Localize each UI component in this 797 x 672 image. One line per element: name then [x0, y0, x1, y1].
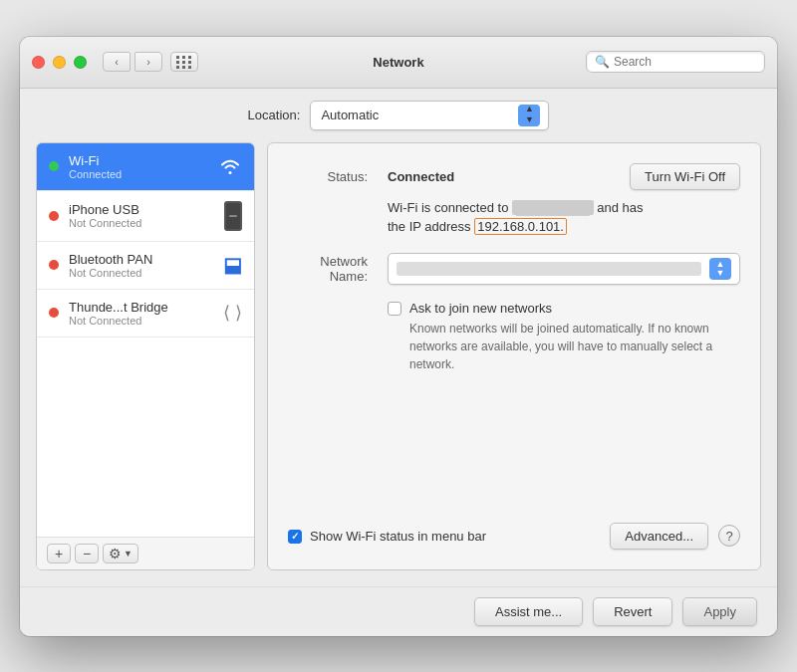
window-bottom-bar: Assist me... Revert Apply	[20, 586, 777, 636]
detail-bottom-right: Advanced... ?	[610, 523, 740, 550]
thunderbolt-icon: ⟨ ⟩	[223, 302, 242, 324]
network-name-hidden: ████████	[512, 200, 594, 215]
sidebar-item-wifi[interactable]: Wi-Fi Connected	[37, 143, 254, 191]
ask-join-description: Known networks will be joined automatica…	[409, 320, 740, 373]
main-content: Wi-Fi Connected iPhone USB Not Connected	[20, 142, 777, 586]
grid-icon	[176, 56, 192, 69]
dropdown-arrows-icon: ▲ ▼	[518, 105, 540, 126]
ask-join-label: Ask to join new networks	[409, 301, 740, 316]
gear-menu-button[interactable]: ⚙ ▼	[103, 544, 138, 563]
nav-buttons: ‹ ›	[103, 52, 162, 72]
thunderbolt-status: Not Connected	[69, 315, 213, 327]
bluetooth-pan-name: Bluetooth PAN	[69, 252, 213, 267]
network-dropdown-arrows-icon: ▲ ▼	[709, 258, 731, 280]
search-box[interactable]: 🔍	[586, 51, 765, 73]
status-description: Wi-Fi is connected to ████████ and hasth…	[388, 198, 740, 237]
ask-join-checkbox[interactable]	[388, 302, 401, 316]
advanced-button[interactable]: Advanced...	[610, 523, 708, 550]
sidebar-item-iphone-usb[interactable]: iPhone USB Not Connected	[37, 191, 254, 242]
close-button[interactable]	[32, 56, 45, 69]
wifi-name: Wi-Fi	[69, 153, 208, 168]
iphone-usb-status: Not Connected	[69, 217, 214, 229]
forward-button[interactable]: ›	[134, 52, 162, 72]
status-row: Status: Connected Turn Wi-Fi Off	[288, 163, 740, 190]
status-desc-part1: Wi-Fi is connected to	[388, 200, 512, 215]
sidebar-toolbar: + − ⚙ ▼	[37, 537, 254, 569]
location-label: Location:	[248, 108, 301, 122]
apply-button[interactable]: Apply	[682, 597, 757, 626]
sidebar-item-thunderbolt-bridge[interactable]: Thunde...t Bridge Not Connected ⟨ ⟩	[37, 290, 254, 337]
gear-icon: ⚙	[109, 546, 122, 561]
thunderbolt-name: Thunde...t Bridge	[69, 300, 213, 315]
traffic-lights	[32, 56, 87, 69]
iphone-icon	[224, 201, 242, 231]
iphone-usb-name: iPhone USB	[69, 202, 214, 217]
assist-me-button[interactable]: Assist me...	[474, 597, 583, 626]
detail-panel: Status: Connected Turn Wi-Fi Off Wi-Fi i…	[267, 142, 761, 570]
thunderbolt-status-dot	[49, 308, 59, 318]
search-icon: 🔍	[595, 55, 610, 69]
search-input[interactable]	[614, 55, 756, 69]
ip-address: 192.168.0.101.	[474, 218, 567, 235]
location-bar: Location: Automatic ▲ ▼	[20, 89, 777, 142]
bluetooth-pan-status-dot	[49, 260, 59, 270]
status-label: Status:	[288, 169, 368, 184]
wifi-status-dot	[49, 161, 59, 171]
minimize-button[interactable]	[53, 56, 66, 69]
location-value: Automatic	[321, 108, 518, 122]
titlebar: ‹ › Network 🔍	[20, 37, 777, 89]
turn-wifi-button[interactable]: Turn Wi-Fi Off	[630, 163, 740, 190]
detail-spacer	[288, 389, 740, 507]
status-value: Connected	[388, 169, 610, 184]
location-dropdown[interactable]: Automatic ▲ ▼	[310, 101, 549, 130]
remove-network-button[interactable]: −	[75, 544, 99, 563]
window-title: Network	[373, 55, 423, 70]
bluetooth-pan-status: Not Connected	[69, 267, 213, 279]
grid-button[interactable]	[170, 52, 198, 72]
sidebar-spacer	[37, 337, 254, 537]
network-preferences-window: ‹ › Network 🔍 Location: Automatic ▲ ▼	[20, 37, 777, 636]
maximize-button[interactable]	[74, 56, 87, 69]
show-wifi-row: Show Wi-Fi status in menu bar	[288, 529, 486, 544]
sidebar: Wi-Fi Connected iPhone USB Not Connected	[36, 142, 255, 570]
iphone-usb-status-dot	[49, 211, 59, 221]
wifi-status: Connected	[69, 168, 208, 180]
sidebar-item-bluetooth-pan[interactable]: Bluetooth PAN Not Connected ⬓	[37, 242, 254, 290]
help-button[interactable]: ?	[718, 525, 740, 547]
revert-button[interactable]: Revert	[593, 597, 672, 626]
bluetooth-icon: ⬓	[223, 253, 242, 277]
back-button[interactable]: ‹	[103, 52, 131, 72]
show-wifi-checkbox[interactable]	[288, 530, 302, 544]
network-name-value	[397, 262, 701, 276]
network-name-row: Network Name: ▲ ▼	[288, 253, 740, 285]
add-network-button[interactable]: +	[47, 544, 71, 563]
ask-join-row: Ask to join new networks Known networks …	[388, 301, 740, 373]
network-name-dropdown[interactable]: ▲ ▼	[388, 253, 740, 285]
detail-bottom: Show Wi-Fi status in menu bar Advanced..…	[288, 523, 740, 550]
show-wifi-label: Show Wi-Fi status in menu bar	[310, 529, 486, 544]
wifi-icon	[218, 154, 242, 178]
network-name-label: Network Name:	[288, 254, 368, 284]
gear-dropdown-arrow: ▼	[124, 549, 133, 559]
